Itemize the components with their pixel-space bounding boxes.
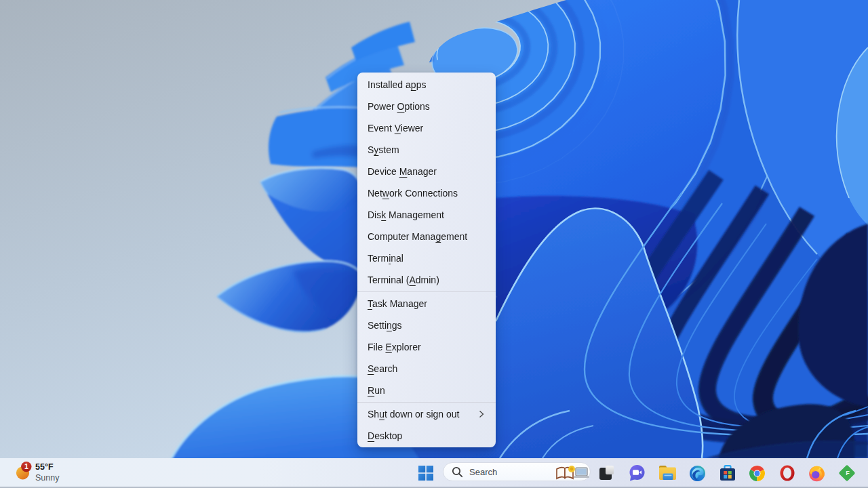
- svg-text:F: F: [846, 470, 850, 476]
- svg-text:1: 1: [24, 462, 28, 470]
